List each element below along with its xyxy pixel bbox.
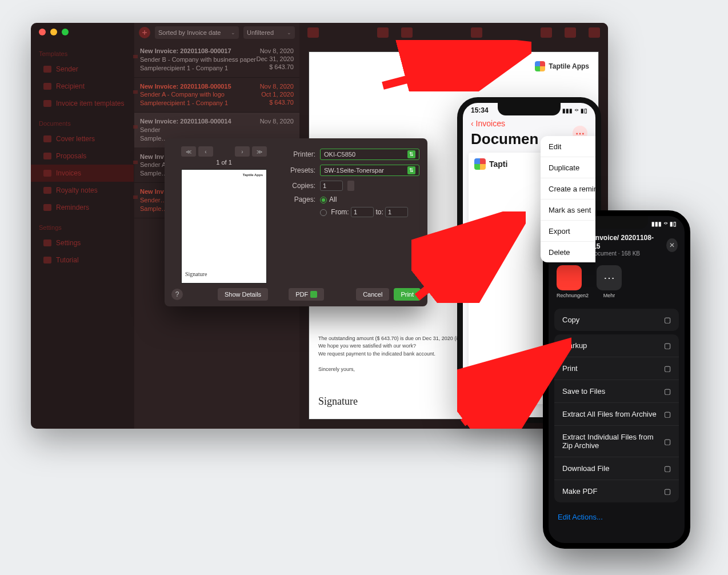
export-icon[interactable] xyxy=(589,27,600,38)
print-dialog: ≪ ‹ › ≫ 1 of 1 Taptile Apps Signature Pr… xyxy=(165,138,427,306)
trash-icon[interactable] xyxy=(541,27,552,38)
chevron-down-icon xyxy=(310,291,317,298)
close-window-button[interactable] xyxy=(39,29,46,35)
sidebar-item-recipient[interactable]: Recipient xyxy=(31,78,134,95)
sidebar-item-label: Tutorial xyxy=(56,256,79,264)
app-label: Rechnungen2 xyxy=(557,293,589,298)
sidebar-item-invoice-templates[interactable]: Invoice item templates xyxy=(31,95,134,112)
pages-from-input[interactable] xyxy=(351,207,374,217)
invoice-row[interactable]: New Invoice: 20201108-000017 Sender B - … xyxy=(134,42,299,78)
context-menu-export[interactable]: Export▢ xyxy=(541,221,601,242)
zoom-window-button[interactable] xyxy=(62,29,69,35)
taptile-icon xyxy=(535,61,545,71)
share-action-download-file[interactable]: Download File▢ xyxy=(554,457,679,480)
copies-input[interactable] xyxy=(320,181,343,191)
sidebar-item-label: Royalty notes xyxy=(56,186,98,194)
presets-label: Presets: xyxy=(283,166,315,174)
sidebar-item-label: Invoice item templates xyxy=(56,99,124,107)
share-action-extract-individual-files-from-zip-archive[interactable]: Extract Individual Files from Zip Archiv… xyxy=(554,426,679,457)
print-button[interactable]: Print xyxy=(394,288,421,301)
clipboard-icon[interactable] xyxy=(377,27,389,38)
pages-from-label: From: xyxy=(331,208,349,216)
app-label: Mehr xyxy=(597,293,622,298)
share-app[interactable]: ⋯Mehr xyxy=(597,265,622,298)
context-menu-edit[interactable]: Edit▢ xyxy=(541,136,601,157)
help-button[interactable]: ? xyxy=(171,289,183,300)
doc-icon xyxy=(43,204,51,211)
envelope-icon xyxy=(133,195,138,199)
note-icon[interactable] xyxy=(401,27,413,38)
back-label: Invoices xyxy=(476,119,505,128)
recipient-icon xyxy=(43,83,51,90)
sidebar: Templates Sender Recipient Invoice item … xyxy=(31,23,134,429)
share-action-copy[interactable]: Copy▢ xyxy=(554,309,679,331)
sidebar-item-label: Sender xyxy=(56,65,78,73)
list-toolbar: ＋ Sorted by Invoice date⌄ Unfiltered⌄ xyxy=(134,23,299,42)
detail-toolbar xyxy=(299,23,608,42)
context-menu: Edit▢Duplicate▢Create a reminder▢Mark as… xyxy=(541,136,601,262)
edit-icon[interactable] xyxy=(307,27,319,38)
sidebar-item-royalty-notes[interactable]: Royalty notes xyxy=(31,182,134,199)
print-thumbnail: Taptile Apps Signature xyxy=(181,169,267,283)
page-count: 1 of 1 xyxy=(173,159,275,166)
next-page-button[interactable]: › xyxy=(235,146,250,157)
action-label: Extract All Files from Archive xyxy=(562,410,657,418)
share-action-print[interactable]: Print▢ xyxy=(554,357,679,380)
show-details-button[interactable]: Show Details xyxy=(218,288,268,301)
chevron-updown-icon: ⇅ xyxy=(407,150,415,158)
printer-select[interactable]: OKI-C5850⇅ xyxy=(320,149,419,160)
cancel-button[interactable]: Cancel xyxy=(356,288,389,301)
context-menu-mark-as-sent[interactable]: Mark as sent▢ xyxy=(541,199,601,221)
context-menu-delete[interactable]: Delete▢ xyxy=(541,242,601,262)
battery-icon: ▮▯ xyxy=(670,221,677,227)
pdf-dropdown-button[interactable]: PDF xyxy=(289,288,324,301)
add-invoice-button[interactable]: ＋ xyxy=(139,27,150,38)
doc-icon xyxy=(43,187,51,194)
chevron-down-icon: ⌄ xyxy=(287,30,291,35)
send-icon[interactable] xyxy=(471,27,482,38)
context-menu-create-a-reminder[interactable]: Create a reminder▢ xyxy=(541,178,601,199)
sort-label: Sorted by Invoice date xyxy=(158,29,221,36)
pages-range-radio[interactable] xyxy=(320,209,327,216)
sidebar-item-settings[interactable]: Settings xyxy=(31,234,134,251)
sidebar-item-label: Settings xyxy=(56,239,81,247)
chevron-updown-icon: ⇅ xyxy=(407,166,415,174)
pages-to-input[interactable] xyxy=(385,207,408,217)
share-action-markup[interactable]: Markup▢ xyxy=(554,334,679,357)
filter-popup[interactable]: Unfiltered⌄ xyxy=(243,26,295,39)
sidebar-item-sender[interactable]: Sender xyxy=(31,61,134,78)
sidebar-item-cover-letters[interactable]: Cover letters xyxy=(31,130,134,147)
pages-all-radio[interactable] xyxy=(320,197,327,203)
invoice-row[interactable]: New Invoice: 20201108-000015 Sender A - … xyxy=(134,78,299,113)
sort-popup[interactable]: Sorted by Invoice date⌄ xyxy=(155,26,239,39)
printer-icon[interactable] xyxy=(565,27,576,38)
menu-label: Delete xyxy=(549,248,570,257)
sidebar-item-tutorial[interactable]: Tutorial xyxy=(31,251,134,269)
sidebar-item-label: Invoices xyxy=(56,169,81,177)
menu-label: Export xyxy=(549,227,570,235)
share-action-extract-all-files-from-archive[interactable]: Extract All Files from Archive▢ xyxy=(554,403,679,426)
spinner-icon: ▢ xyxy=(664,437,671,446)
sidebar-item-proposals[interactable]: Proposals xyxy=(31,147,134,165)
action-label: Markup xyxy=(562,341,587,350)
minimize-window-button[interactable] xyxy=(50,29,57,35)
sidebar-item-invoices[interactable]: Invoices xyxy=(31,165,134,182)
share-action-save-to-files[interactable]: Save to Files▢ xyxy=(554,380,679,403)
close-button[interactable]: ✕ xyxy=(666,238,678,252)
sidebar-item-reminders[interactable]: Reminders xyxy=(31,199,134,216)
filter-label: Unfiltered xyxy=(247,29,274,36)
edit-actions-button[interactable]: Edit Actions... xyxy=(549,506,685,528)
pages-to-label: to: xyxy=(375,208,383,216)
share-action-make-pdf[interactable]: Make PDF▢ xyxy=(554,480,679,502)
first-page-button[interactable]: ≪ xyxy=(181,146,196,157)
prev-page-button[interactable]: ‹ xyxy=(198,146,213,157)
share-app[interactable]: Rechnungen2 xyxy=(557,265,589,298)
brand-logo: Taptile Apps xyxy=(535,61,589,71)
presets-select[interactable]: SW-1Seite-Tonerspar⇅ xyxy=(320,165,419,176)
spinner-icon: ▢ xyxy=(664,410,671,418)
copies-stepper[interactable] xyxy=(347,181,354,191)
last-page-button[interactable]: ≫ xyxy=(252,146,267,157)
copies-label: Copies: xyxy=(283,182,315,190)
context-menu-duplicate[interactable]: Duplicate▢ xyxy=(541,157,601,178)
book-icon xyxy=(43,257,51,263)
